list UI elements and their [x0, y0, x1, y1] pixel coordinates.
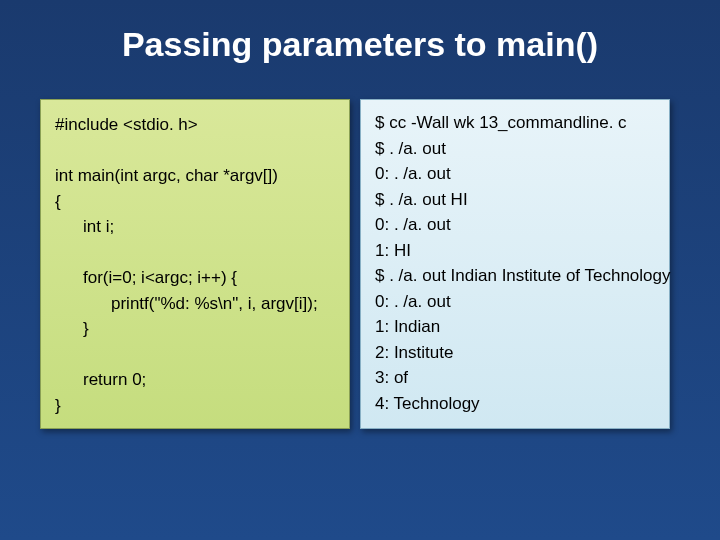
output-line: 0: . /a. out — [375, 161, 655, 187]
code-line: printf("%d: %s\n", i, argv[i]); — [55, 291, 335, 317]
code-line: for(i=0; i<argc; i++) { — [55, 265, 335, 291]
output-line: $ . /a. out — [375, 136, 655, 162]
output-line: 0: . /a. out — [375, 289, 655, 315]
output-line: 3: of — [375, 365, 655, 391]
content-container: #include <stdio. h> int main(int argc, c… — [40, 99, 680, 429]
output-line: $ cc -Wall wk 13_commandline. c — [375, 110, 655, 136]
code-line: #include <stdio. h> — [55, 112, 335, 138]
code-line: int main(int argc, char *argv[]) — [55, 163, 335, 189]
output-line: $ . /a. out Indian Institute of Technolo… — [375, 263, 655, 289]
code-line: } — [55, 316, 335, 342]
code-blank — [55, 138, 335, 164]
output-line: 0: . /a. out — [375, 212, 655, 238]
terminal-output-box: $ cc -Wall wk 13_commandline. c $ . /a. … — [360, 99, 670, 429]
output-line: 1: HI — [375, 238, 655, 264]
code-line: return 0; — [55, 367, 335, 393]
output-line: 2: Institute — [375, 340, 655, 366]
code-blank — [55, 342, 335, 368]
code-blank — [55, 240, 335, 266]
output-line: 4: Technology — [375, 391, 655, 417]
output-line: $ . /a. out HI — [375, 187, 655, 213]
source-code-box: #include <stdio. h> int main(int argc, c… — [40, 99, 350, 429]
slide-title: Passing parameters to main() — [40, 25, 680, 64]
code-line: int i; — [55, 214, 335, 240]
code-line: } — [55, 393, 335, 419]
output-line: 1: Indian — [375, 314, 655, 340]
code-line: { — [55, 189, 335, 215]
